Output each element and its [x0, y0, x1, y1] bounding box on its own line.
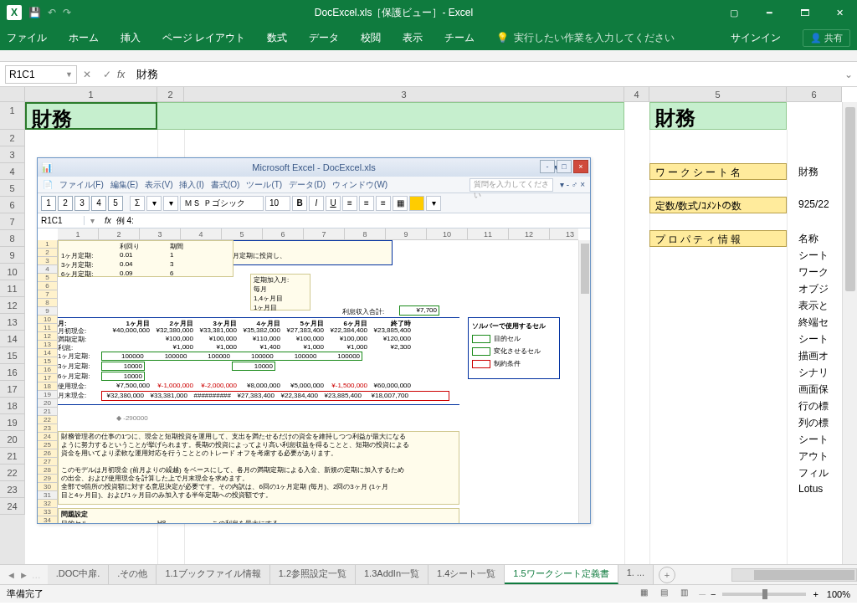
tab-layout[interactable]: ページ レイアウト	[162, 31, 245, 45]
close-icon[interactable]: ✕	[822, 1, 857, 24]
sheet-tab[interactable]: 1.3AddIn一覧	[356, 565, 428, 584]
cell-r1c1[interactable]: 財務	[25, 102, 157, 130]
cell-property-name[interactable]: 名称	[798, 230, 845, 247]
row-header[interactable]: 8	[0, 230, 25, 247]
property-value[interactable]: 表示と	[798, 297, 845, 314]
maximize-icon[interactable]: 🗖	[787, 1, 822, 24]
sheet-tab[interactable]: 1. ...	[618, 565, 654, 584]
row-header[interactable]: 17	[0, 381, 25, 398]
cell-worksheet-name-value[interactable]: 財務	[798, 163, 845, 180]
column-headers[interactable]: 1 2 3 4 5 6	[25, 87, 842, 102]
sheet-tab[interactable]: 1.5ワークシート定義書	[505, 565, 618, 584]
property-value[interactable]: ワーク	[798, 264, 845, 280]
property-value[interactable]: シート	[798, 431, 845, 448]
tab-review[interactable]: 校閲	[361, 31, 381, 45]
expand-icon[interactable]: ⌄	[840, 69, 857, 80]
label-const-formula[interactable]: 定数/数式/ｺﾒﾝﾄの数	[649, 197, 787, 213]
tab-view[interactable]: 表示	[403, 31, 423, 45]
property-value[interactable]: シート	[798, 331, 845, 347]
property-value[interactable]: 行の標	[798, 398, 845, 414]
tab-first-icon[interactable]: ◄	[7, 570, 16, 580]
property-value[interactable]: Lotus	[798, 481, 845, 498]
row-header[interactable]: 23	[0, 481, 25, 498]
tab-file[interactable]: ファイル	[7, 31, 47, 45]
minimize-icon[interactable]: ━	[752, 1, 787, 24]
property-value[interactable]: 描画オ	[798, 347, 845, 364]
property-value[interactable]: 列の標	[798, 414, 845, 431]
row-header[interactable]: 24	[0, 498, 25, 515]
worksheet[interactable]: 1 2 3 4 5 6 1234567891011121314151617181…	[0, 87, 857, 564]
formula-input[interactable]	[131, 68, 840, 80]
row-header[interactable]: 20	[0, 431, 25, 448]
tab-formulas[interactable]: 数式	[267, 31, 287, 45]
tab-data[interactable]: データ	[309, 31, 339, 45]
tab-insert[interactable]: 挿入	[121, 31, 141, 45]
zoom-out-icon[interactable]: −	[711, 589, 716, 599]
row-header[interactable]: 19	[0, 414, 25, 431]
vertical-scrollbar[interactable]	[842, 102, 857, 564]
ribbon-display-icon[interactable]: ▢	[716, 1, 752, 24]
property-value[interactable]: フィル	[798, 465, 845, 481]
row-header[interactable]: 14	[0, 331, 25, 347]
property-value[interactable]: オブジ	[798, 280, 845, 297]
sheet-tab[interactable]: 1.4シート一覧	[428, 565, 505, 584]
row-header[interactable]: 13	[0, 314, 25, 331]
property-value[interactable]: シナリ	[798, 364, 845, 381]
row-header[interactable]: 2	[0, 130, 25, 146]
label-worksheet-name[interactable]: ワークシート名	[649, 163, 787, 180]
row-header[interactable]: 11	[0, 280, 25, 297]
view-pagebreak-icon[interactable]: ▥	[675, 587, 693, 602]
view-normal-icon[interactable]: ▦	[634, 587, 653, 602]
row-header[interactable]: 7	[0, 213, 25, 230]
label-property[interactable]: プロパティ情報	[649, 230, 787, 247]
name-box[interactable]: R1C1 ▼	[5, 65, 77, 84]
zoom-in-icon[interactable]: +	[813, 589, 818, 599]
cancel-icon[interactable]: ✕	[77, 69, 97, 80]
cell-const-count[interactable]: 925/22	[798, 197, 845, 213]
tab-team[interactable]: チーム	[444, 31, 475, 45]
zoom-level[interactable]: 100%	[827, 589, 850, 599]
undo-icon[interactable]: ↶	[48, 7, 56, 18]
tell-me[interactable]: 💡 実行したい作業を入力してください	[496, 31, 675, 45]
row-header[interactable]: 10	[0, 264, 25, 280]
share-button[interactable]: 👤 共有	[803, 29, 850, 47]
scrollbar-thumb[interactable]	[845, 107, 855, 291]
cell-r1-merged[interactable]	[157, 102, 624, 130]
save-icon[interactable]: 💾	[28, 7, 41, 18]
row-header[interactable]: 3	[0, 146, 25, 163]
row-header[interactable]: 6	[0, 197, 25, 213]
row-header[interactable]: 1	[0, 102, 25, 130]
cell-r1c5[interactable]: 財務	[649, 102, 787, 130]
view-layout-icon[interactable]: ▤	[654, 587, 673, 602]
row-header[interactable]: 4	[0, 163, 25, 180]
property-value[interactable]: シート	[798, 247, 845, 264]
add-sheet-button[interactable]: +	[659, 567, 675, 583]
property-value[interactable]: 画面保	[798, 381, 845, 398]
signin-link[interactable]: サインイン	[731, 31, 781, 45]
sheet-tab[interactable]: 1.2参照設定一覧	[270, 565, 356, 584]
chevron-down-icon[interactable]: ▼	[65, 70, 73, 79]
emb-search-input: 質問を入力してください	[470, 178, 553, 192]
row-header[interactable]: 18	[0, 398, 25, 414]
row-header[interactable]: 5	[0, 180, 25, 197]
property-value[interactable]: 終端セ	[798, 314, 845, 331]
fx-icon[interactable]: fx	[117, 69, 125, 80]
sheet-tab[interactable]: .DOC中扉.	[48, 565, 110, 584]
horizontal-scrollbar[interactable]	[731, 568, 857, 582]
row-header[interactable]: 12	[0, 297, 25, 314]
row-header[interactable]: 21	[0, 448, 25, 465]
zoom-slider[interactable]	[722, 593, 806, 596]
tab-home[interactable]: ホーム	[69, 31, 99, 45]
row-header[interactable]: 15	[0, 347, 25, 364]
sheet-tab[interactable]: .その他	[109, 565, 157, 584]
enter-icon[interactable]: ✓	[97, 69, 117, 80]
property-value[interactable]: アウト	[798, 448, 845, 465]
redo-icon[interactable]: ↷	[63, 7, 71, 18]
sheet-tab[interactable]: 1.1ブックファイル情報	[157, 565, 269, 584]
row-header[interactable]: 9	[0, 247, 25, 264]
tab-prev-icon[interactable]: ►	[19, 570, 28, 580]
row-header[interactable]: 16	[0, 364, 25, 381]
select-all-corner[interactable]	[0, 87, 25, 102]
row-header[interactable]: 22	[0, 465, 25, 481]
row-headers[interactable]: 123456789101112131415161718192021222324	[0, 102, 25, 564]
